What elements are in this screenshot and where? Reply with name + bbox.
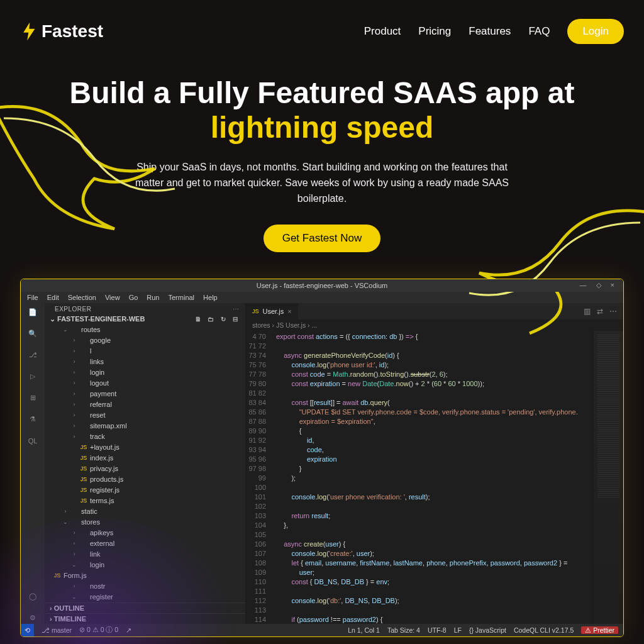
menu-view[interactable]: View [105,294,120,301]
tab-label: User.js [263,308,284,315]
explorer-more-icon[interactable]: ⋯ [233,306,240,313]
window-title: User.js - fastest-engineer-web - VSCodiu… [257,282,387,289]
tree-item-terms-js[interactable]: JSterms.js [45,496,245,506]
eol[interactable]: LF [454,626,462,634]
ide-screenshot: User.js - fastest-engineer-web - VSCodiu… [20,279,624,637]
menu-bar[interactable]: FileEditSelectionViewGoRunTerminalHelp [21,292,623,303]
nav-faq[interactable]: FAQ [528,25,550,38]
tree-item-reset[interactable]: ›reset [45,410,245,421]
code-area[interactable]: 4 70 71 72 73 74 75 76 77 78 79 80 81 82… [246,331,623,624]
hero-heading: Build a Fully Featured SAAS app at light… [25,75,619,145]
tree-item-apikeys[interactable]: ›apikeys [45,528,245,538]
project-header[interactable]: ⌄ FASTEST-ENGINEER-WEB 🗎 🗀 ↻ ⊟ [45,314,245,325]
tree-item-external[interactable]: ›external [45,538,245,549]
tree-item-register[interactable]: ⌄register [45,592,245,602]
nav-pricing[interactable]: Pricing [418,25,451,38]
ql-icon[interactable]: QL [27,435,38,447]
git-branch[interactable]: ⎇ master [42,626,72,634]
menu-selection[interactable]: Selection [68,294,96,301]
tree-item-stores[interactable]: ⌄stores [45,517,245,528]
gear-icon[interactable]: ⚙ [27,613,38,624]
hero-heading-accent: lightning speed [211,111,434,144]
files-icon[interactable]: 📄 [27,307,38,318]
extensions-icon[interactable]: ⊞ [27,392,38,404]
tree-item-login[interactable]: ⌄login [45,560,245,570]
toggle-icon[interactable]: ⇄ [597,307,603,316]
ports-icon[interactable]: ↗ [126,626,131,634]
menu-edit[interactable]: Edit [47,294,59,301]
tree-item-sitemap-xml[interactable]: ›sitemap.xml [45,421,245,431]
problems[interactable]: ⊘ 0 ⚠ 0 ⓘ 0 [79,626,118,635]
tree-item-referral[interactable]: ›referral [45,399,245,410]
brand-logo[interactable]: Fastest [20,21,103,42]
menu-help[interactable]: Help [203,294,218,301]
project-toolbar[interactable]: 🗎 🗀 ↻ ⊟ [195,316,240,323]
codeql[interactable]: CodeQL CLI v2.17.5 [514,626,574,634]
code-content[interactable]: export const actions = ({ connection: db… [272,331,593,624]
cursor-pos[interactable]: Ln 1, Col 1 [348,626,380,634]
bolt-icon [20,21,39,42]
tree-item-links[interactable]: ›links [45,357,245,367]
remote-icon[interactable]: ⟲ [21,624,34,636]
close-icon[interactable]: × [287,308,291,315]
tree-item-register-js[interactable]: JSregister.js [45,485,245,496]
file-tree[interactable]: ⌄routes›google›l›links›login›logout›paym… [45,325,245,602]
menu-terminal[interactable]: Terminal [169,294,195,301]
hero-heading-line1: Build a Fully Featured SAAS app at [70,76,575,109]
hero: Build a Fully Featured SAAS app at light… [0,44,644,258]
explorer-title: EXPLORER [55,306,91,313]
status-bar[interactable]: ⟲ ⎇ master ⊘ 0 ⚠ 0 ⓘ 0 ↗ Ln 1, Col 1 Tab… [21,624,623,636]
tree-item-logout[interactable]: ›logout [45,378,245,389]
tree-item-static[interactable]: ›static [45,506,245,517]
line-gutter: 4 70 71 72 73 74 75 76 77 78 79 80 81 82… [246,331,272,624]
tree-item-link[interactable]: ›link [45,549,245,560]
minimap[interactable] [593,331,623,624]
tree-item-products-js[interactable]: JSproducts.js [45,474,245,485]
more-icon[interactable]: ⋯ [609,307,617,316]
window-titlebar: User.js - fastest-engineer-web - VSCodiu… [21,279,623,292]
tree-item-routes[interactable]: ⌄routes [45,325,245,335]
timeline-section[interactable]: › TIMELINE [45,613,245,624]
tree-item-l[interactable]: ›l [45,346,245,357]
debug-icon[interactable]: ▷ [27,371,38,382]
nav-features[interactable]: Features [469,25,511,38]
encoding[interactable]: UTF-8 [428,626,447,634]
tree-item-index-js[interactable]: JSindex.js [45,453,245,464]
activity-bar[interactable]: 📄 🔍 ⎇ ▷ ⊞ ⚗ QL ◯ ⚙ [21,303,45,624]
outline-section[interactable]: › OUTLINE [45,602,245,613]
editor-pane: JSUser.js× ▥ ⇄ ⋯ stores › JS User.js › .… [246,303,623,624]
tree-item-privacy-js[interactable]: JSprivacy.js [45,464,245,474]
git-icon[interactable]: ⎇ [27,350,38,361]
tab-size[interactable]: Tab Size: 4 [387,626,420,634]
explorer-sidebar: EXPLORER ⋯ ⌄ FASTEST-ENGINEER-WEB 🗎 🗀 ↻ … [45,303,246,624]
split-icon[interactable]: ▥ [584,307,591,316]
tree-item-login[interactable]: ›login [45,367,245,378]
menu-go[interactable]: Go [129,294,138,301]
menu-file[interactable]: File [27,294,38,301]
tree-item--layout-js[interactable]: JS+layout.js [45,442,245,453]
search-icon[interactable]: 🔍 [27,328,38,340]
tree-item-track[interactable]: ›track [45,431,245,442]
nav-product[interactable]: Product [364,25,401,38]
beaker-icon[interactable]: ⚗ [27,414,38,425]
menu-run[interactable]: Run [147,294,159,301]
language-mode[interactable]: {} JavaScript [469,626,506,634]
tree-item-form-js[interactable]: JSForm.js [45,570,245,581]
account-icon[interactable]: ◯ [27,591,38,602]
site-header: Fastest Product Pricing Features FAQ Log… [0,0,644,44]
breadcrumb[interactable]: stores › JS User.js › ... [246,319,623,331]
editor-tabs: JSUser.js× ▥ ⇄ ⋯ [246,303,623,319]
prettier-badge[interactable]: ⚠ Prettier [581,626,618,634]
tree-item-nostr[interactable]: ›nostr [45,581,245,592]
window-controls[interactable]: — ◇ × [579,281,618,289]
hero-sub: Ship your SaaS in days, not months. Star… [133,160,511,206]
tab-user-js[interactable]: JSUser.js× [246,303,299,319]
brand-name: Fastest [42,21,103,42]
login-button[interactable]: Login [567,19,624,44]
tree-item-payment[interactable]: ›payment [45,389,245,399]
cta-button[interactable]: Get Fastest Now [264,225,381,252]
tree-item-google[interactable]: ›google [45,335,245,346]
main-nav: Product Pricing Features FAQ Login [364,19,624,44]
project-name: FASTEST-ENGINEER-WEB [57,315,145,323]
